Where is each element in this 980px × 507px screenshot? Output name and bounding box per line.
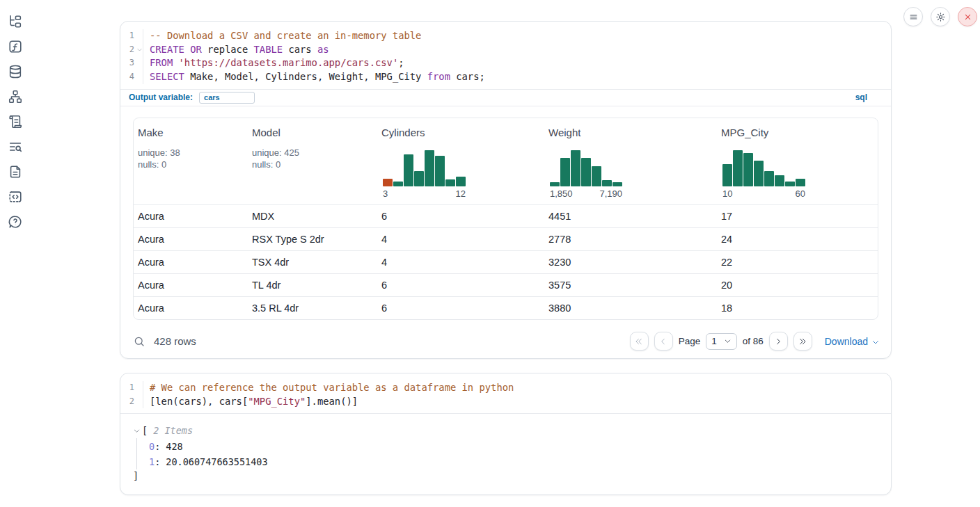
download-button[interactable]: Download bbox=[825, 336, 880, 347]
column-header-make[interactable]: Makeunique: 38nulls: 0 bbox=[134, 118, 248, 204]
sidebar-item-scroll[interactable] bbox=[8, 114, 23, 129]
table-row[interactable]: Acura3.5 RL 4dr6388018 bbox=[134, 296, 878, 319]
histogram-bar bbox=[445, 179, 455, 186]
table-cell: 6 bbox=[377, 303, 544, 314]
table-footer: 428 rows Page 1 of 86 bbox=[120, 325, 891, 353]
fold-chevron-icon[interactable] bbox=[136, 47, 143, 53]
column-header-mpg_city[interactable]: MPG_City1060 bbox=[717, 118, 878, 204]
histogram-min-label: 3 bbox=[383, 188, 388, 199]
last-page-button[interactable] bbox=[793, 332, 812, 351]
table-cell: 4451 bbox=[544, 211, 717, 222]
gear-icon bbox=[935, 12, 946, 22]
table-cell: Acura bbox=[134, 280, 248, 291]
sidebar-item-help[interactable] bbox=[8, 214, 23, 230]
item-separator: : bbox=[155, 456, 160, 467]
code-text: CREATE OR replace TABLE cars as bbox=[143, 43, 329, 57]
table-cell: TSX 4dr bbox=[248, 257, 377, 268]
sidebar-item-logs-search[interactable] bbox=[8, 139, 23, 154]
table-cell: RSX Type S 2dr bbox=[248, 234, 377, 245]
table-row[interactable]: AcuraTL 4dr6357520 bbox=[134, 273, 878, 296]
pagination: Page 1 of 86 Download bbox=[630, 332, 880, 351]
sidebar-item-function[interactable] bbox=[8, 39, 23, 54]
sidebar-item-scratchpad[interactable] bbox=[8, 189, 23, 204]
table-cell: MDX bbox=[248, 211, 377, 222]
sql-cell: 1-- Download a CSV and create an in-memo… bbox=[120, 21, 892, 359]
chevron-down-icon[interactable] bbox=[133, 427, 141, 435]
scroll-icon bbox=[8, 114, 23, 129]
histogram-bar bbox=[393, 182, 403, 186]
sidebar-item-file-tree[interactable] bbox=[8, 14, 23, 29]
column-label: Cylinders bbox=[381, 127, 539, 138]
histogram-bar bbox=[414, 171, 424, 186]
table-cell: 17 bbox=[717, 211, 878, 222]
table-row[interactable]: AcuraMDX6445117 bbox=[134, 204, 878, 227]
sidebar-item-dependency-graph[interactable] bbox=[8, 89, 23, 104]
table-cell: 2778 bbox=[544, 234, 717, 245]
code-line: 2CREATE OR replace TABLE cars as bbox=[120, 43, 891, 57]
output-tree-items: 0:4281:20.060747663551403 bbox=[136, 438, 891, 469]
histogram-max-label: 7,190 bbox=[599, 188, 622, 199]
table-cell: 6 bbox=[377, 280, 544, 291]
chevron-left-icon bbox=[658, 337, 668, 346]
column-header-weight[interactable]: Weight1,8507,190 bbox=[544, 118, 717, 204]
table-row[interactable]: AcuraTSX 4dr4323022 bbox=[134, 250, 878, 273]
histogram-bar bbox=[581, 158, 591, 186]
close-icon bbox=[963, 12, 973, 22]
open-bracket: [ bbox=[142, 425, 148, 436]
document-icon bbox=[8, 164, 23, 179]
sidebar bbox=[0, 14, 31, 230]
output-tree-item: 0:428 bbox=[149, 438, 891, 454]
sql-editor[interactable]: 1-- Download a CSV and create an in-memo… bbox=[120, 22, 891, 89]
table-cell: 4 bbox=[377, 257, 544, 268]
table-row[interactable]: AcuraRSX Type S 2dr4277824 bbox=[134, 227, 878, 250]
column-histogram: 312 bbox=[383, 150, 466, 199]
item-key: 0 bbox=[149, 441, 155, 452]
histogram-bar bbox=[383, 179, 393, 186]
page-total: of 86 bbox=[743, 336, 764, 346]
search-icon[interactable] bbox=[133, 335, 145, 348]
histogram-bar bbox=[456, 177, 466, 186]
sidebar-item-database[interactable] bbox=[8, 64, 23, 79]
output-tree-item: 1:20.060747663551403 bbox=[149, 454, 891, 470]
code-line: 1-- Download a CSV and create an in-memo… bbox=[120, 29, 891, 43]
column-label: Weight bbox=[548, 127, 711, 138]
first-page-button[interactable] bbox=[630, 332, 649, 351]
prev-page-button[interactable] bbox=[654, 332, 673, 351]
code-line: 4SELECT Make, Model, Cylinders, Weight, … bbox=[120, 70, 891, 84]
histogram-bar bbox=[425, 150, 434, 186]
histogram-bar bbox=[796, 179, 805, 186]
menu-button[interactable] bbox=[903, 7, 923, 26]
histogram-bar bbox=[435, 156, 445, 186]
column-stats: unique: 38nulls: 0 bbox=[138, 147, 242, 171]
table-cell: 6 bbox=[377, 211, 544, 222]
table-header: Makeunique: 38nulls: 0Modelunique: 425nu… bbox=[134, 118, 878, 204]
close-button[interactable] bbox=[958, 7, 977, 26]
gear-button[interactable] bbox=[931, 7, 950, 26]
histogram-bar bbox=[775, 175, 784, 186]
page-label: Page bbox=[679, 336, 701, 346]
histogram-bar bbox=[404, 154, 413, 186]
python-editor[interactable]: 1# We can reference the output variable … bbox=[120, 373, 891, 413]
file-tree-icon bbox=[8, 14, 23, 29]
line-number: 1 bbox=[120, 29, 143, 43]
item-value: 20.060747663551403 bbox=[166, 456, 267, 467]
histogram-bar bbox=[571, 150, 580, 186]
column-stats: unique: 425nulls: 0 bbox=[252, 147, 372, 171]
topbar-actions bbox=[903, 7, 977, 26]
code-line: 2[len(cars), cars["MPG_City"].mean()] bbox=[120, 395, 891, 409]
sidebar-item-document[interactable] bbox=[8, 164, 23, 179]
row-count: 428 rows bbox=[154, 335, 196, 347]
table-cell: 18 bbox=[717, 303, 878, 314]
code-text: SELECT Make, Model, Cylinders, Weight, M… bbox=[143, 70, 485, 84]
table-cell: 4 bbox=[377, 234, 544, 245]
logs-search-icon bbox=[8, 139, 23, 154]
code-text: FROM 'https://datasets.marimo.app/cars.c… bbox=[143, 56, 404, 70]
page-select[interactable]: 1 bbox=[706, 333, 737, 350]
next-page-button[interactable] bbox=[769, 332, 788, 351]
output-variable-input[interactable] bbox=[199, 92, 255, 104]
column-label: Make bbox=[138, 127, 242, 138]
column-header-model[interactable]: Modelunique: 425nulls: 0 bbox=[248, 118, 377, 204]
code-line: 3FROM 'https://datasets.marimo.app/cars.… bbox=[120, 56, 891, 70]
column-header-cylinders[interactable]: Cylinders312 bbox=[377, 118, 544, 204]
table-cell: 3880 bbox=[544, 303, 717, 314]
